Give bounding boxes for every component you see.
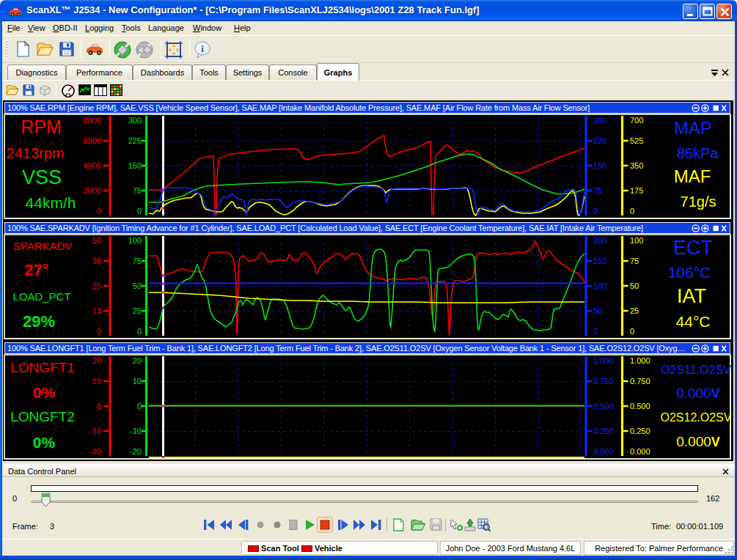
svg-text:150: 150 bbox=[128, 161, 142, 170]
svg-text:0.750: 0.750 bbox=[593, 377, 614, 386]
svg-text:0: 0 bbox=[137, 402, 142, 410]
svg-text:50: 50 bbox=[593, 306, 602, 315]
svg-text:0.750: 0.750 bbox=[630, 377, 650, 386]
svg-text:300: 300 bbox=[593, 116, 606, 125]
svg-text:75: 75 bbox=[630, 257, 639, 265]
svg-text:100: 100 bbox=[593, 281, 606, 290]
svg-text:50: 50 bbox=[133, 281, 142, 290]
svg-text:-20: -20 bbox=[130, 447, 142, 456]
svg-text:75: 75 bbox=[133, 186, 142, 195]
svg-text:700: 700 bbox=[630, 116, 643, 125]
svg-text:0: 0 bbox=[137, 327, 142, 336]
svg-text:225: 225 bbox=[593, 136, 606, 145]
svg-text:0: 0 bbox=[97, 402, 101, 410]
svg-text:0: 0 bbox=[593, 327, 598, 336]
svg-text:0.250: 0.250 bbox=[630, 427, 650, 435]
svg-text:0: 0 bbox=[137, 207, 142, 215]
svg-text:0.500: 0.500 bbox=[593, 402, 614, 410]
svg-text:200: 200 bbox=[593, 236, 606, 245]
svg-text:4000: 4000 bbox=[84, 161, 101, 170]
svg-text:0: 0 bbox=[97, 207, 101, 215]
svg-text:50: 50 bbox=[630, 281, 639, 290]
svg-text:225: 225 bbox=[128, 136, 142, 145]
svg-text:8000: 8000 bbox=[84, 116, 101, 125]
svg-text:20: 20 bbox=[92, 356, 101, 365]
svg-text:-20: -20 bbox=[89, 447, 101, 456]
svg-text:0.500: 0.500 bbox=[630, 402, 650, 410]
svg-text:75: 75 bbox=[593, 186, 602, 195]
svg-text:-10: -10 bbox=[89, 427, 101, 435]
svg-text:0: 0 bbox=[593, 207, 598, 215]
svg-text:10: 10 bbox=[133, 377, 142, 386]
svg-text:13: 13 bbox=[92, 306, 101, 315]
svg-text:100: 100 bbox=[630, 236, 643, 245]
svg-text:10: 10 bbox=[92, 377, 101, 386]
svg-text:1.000: 1.000 bbox=[630, 356, 650, 365]
svg-text:75: 75 bbox=[133, 257, 142, 265]
svg-text:6000: 6000 bbox=[84, 136, 101, 145]
svg-text:50: 50 bbox=[92, 236, 101, 245]
svg-text:0.250: 0.250 bbox=[593, 427, 614, 435]
svg-text:25: 25 bbox=[133, 306, 142, 315]
svg-text:175: 175 bbox=[630, 186, 643, 195]
svg-text:150: 150 bbox=[593, 257, 606, 265]
svg-text:0: 0 bbox=[630, 327, 634, 336]
svg-text:300: 300 bbox=[128, 116, 142, 125]
svg-text:20: 20 bbox=[133, 356, 142, 365]
svg-text:25: 25 bbox=[92, 281, 101, 290]
svg-text:0: 0 bbox=[97, 327, 101, 336]
svg-text:i: i bbox=[201, 43, 204, 54]
svg-text:0: 0 bbox=[630, 207, 634, 215]
svg-text:0.000: 0.000 bbox=[593, 447, 614, 456]
svg-text:2000: 2000 bbox=[84, 186, 101, 195]
svg-text:1.000: 1.000 bbox=[593, 356, 614, 365]
svg-text:-10: -10 bbox=[130, 427, 142, 435]
svg-text:150: 150 bbox=[593, 161, 606, 170]
svg-text:525: 525 bbox=[630, 136, 643, 145]
svg-text:100: 100 bbox=[128, 236, 142, 245]
svg-text:38: 38 bbox=[92, 257, 101, 265]
svg-text:25: 25 bbox=[630, 306, 639, 315]
svg-text:350: 350 bbox=[630, 161, 643, 170]
svg-text:0.000: 0.000 bbox=[630, 447, 650, 456]
